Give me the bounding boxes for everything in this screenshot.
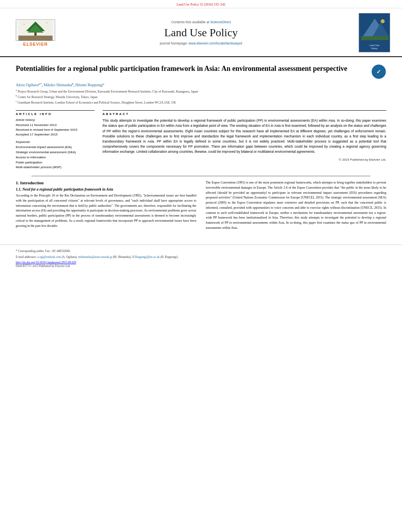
elsevier-logo-box bbox=[16, 19, 55, 41]
author-ogihara[interactable]: Akira Ogihara bbox=[16, 83, 38, 87]
body-left-col: 1. Introduction 1.1. Need for a regional… bbox=[16, 180, 196, 233]
body-content: 1. Introduction 1.1. Need for a regional… bbox=[16, 180, 386, 233]
svg-point-6 bbox=[46, 22, 47, 23]
intro-paragraph-2: The Espoo Convention (1991) is one of th… bbox=[206, 180, 386, 230]
footer-copyright: 0264-8377/© 2015 Published by Elsevier L… bbox=[16, 264, 386, 268]
cover-label: Land UsePolicy bbox=[369, 44, 380, 50]
title-section: Potentialities for a regional public par… bbox=[16, 64, 386, 79]
svg-point-5 bbox=[24, 24, 25, 25]
affiliations: a Project Research Group, Urban and the … bbox=[16, 89, 386, 105]
sciencedirect-link[interactable]: ScienceDirect bbox=[210, 20, 231, 24]
article-title: Potentialities for a regional public par… bbox=[16, 64, 371, 73]
authors-line: Akira Ogiharaa,*, Mikiko Shimaokab, Hito… bbox=[16, 82, 386, 87]
abstract-text: This study attempts to investigate the p… bbox=[102, 118, 386, 154]
doi-link: http://dx.doi.org/10.1016/j.landusepol.2… bbox=[16, 261, 386, 264]
journal-cover: Land UsePolicy bbox=[359, 13, 390, 52]
history-heading: Article history: bbox=[16, 118, 95, 122]
affiliation-a: a Project Research Group, Urban and the … bbox=[16, 89, 386, 94]
email-link-roppongi[interactable]: H.Roppangi@lse.ac.uk bbox=[132, 255, 160, 259]
abstract-col: ABSTRACT This study attempts to investig… bbox=[102, 110, 386, 170]
email-note: E-mail addresses: a.ogi@outlook.com (A. … bbox=[16, 255, 386, 259]
elsevier-logo: ELSEVIER bbox=[12, 19, 59, 46]
keyword-5: Multi-stakeholder process (MSP) bbox=[16, 165, 95, 170]
body-right-col: The Espoo Convention (1991) is one of th… bbox=[206, 180, 386, 233]
svg-rect-11 bbox=[361, 36, 389, 40]
page: Land Use Policy 52 (2016) 535–542 bbox=[0, 0, 402, 532]
crossmark-icon: ✓ bbox=[372, 65, 386, 79]
homepage-link[interactable]: www.elsevier.com/locate/landusepol bbox=[188, 41, 242, 45]
corresponding-note: * Corresponding author. Fax: +81 4483326… bbox=[16, 249, 386, 253]
elsevier-logo-svg bbox=[18, 20, 53, 41]
keyword-4: Public participation bbox=[16, 160, 95, 165]
affiliation-c: c Grantham Research Institute, London Sc… bbox=[16, 100, 386, 105]
journal-header: ELSEVIER Contents lists available at Sci… bbox=[0, 8, 402, 57]
svg-rect-1 bbox=[19, 35, 53, 41]
svg-point-12 bbox=[381, 19, 385, 23]
intro-paragraph-1: According to the Principle 10 of the Rio… bbox=[16, 193, 196, 228]
subsection-1-1-heading: 1.1. Need for a regional public particip… bbox=[16, 187, 196, 191]
citation-bar: Land Use Policy 52 (2016) 535–542 bbox=[0, 0, 402, 8]
section-1-heading: 1. Introduction bbox=[16, 180, 196, 185]
keywords-heading: Keywords: bbox=[16, 140, 95, 144]
article-info-abstract: ARTICLE INFO Article history: Received 1… bbox=[16, 110, 386, 170]
article-history: Article history: Received 11 November 20… bbox=[16, 118, 95, 137]
journal-cover-area: Land UsePolicy bbox=[343, 13, 390, 52]
crossmark-badge[interactable]: ✓ bbox=[371, 64, 386, 79]
journal-homepage: journal homepage: www.elsevier.com/locat… bbox=[67, 41, 335, 45]
email-links[interactable]: a.ogi@outlook.com bbox=[37, 255, 61, 259]
author-shimaoka[interactable]: Mikiko Shimaoka bbox=[44, 83, 72, 87]
keyword-1: Environmental impact assessment (EIA) bbox=[16, 145, 95, 150]
accepted-date: Accepted 17 September 2015 bbox=[16, 132, 95, 137]
journal-title-area: Contents lists available at ScienceDirec… bbox=[59, 20, 343, 45]
contents-available: Contents lists available at ScienceDirec… bbox=[67, 20, 335, 24]
article-content: Potentialities for a regional public par… bbox=[0, 57, 402, 241]
author-roppongi[interactable]: Hitomi Roppongi bbox=[75, 83, 103, 87]
revised-date: Received in revised form 8 September 201… bbox=[16, 128, 95, 132]
affiliation-b: b Center for Research Strategy, Waseda U… bbox=[16, 94, 386, 100]
section-divider bbox=[32, 176, 370, 176]
citation-text: Land Use Policy 52 (2016) 535–542 bbox=[177, 2, 225, 6]
cover-image bbox=[361, 17, 389, 40]
footer-section: * Corresponding author. Fax: +81 4483326… bbox=[0, 245, 402, 272]
svg-point-7 bbox=[41, 26, 41, 27]
abstract-copyright: © 2015 Published by Elsevier Ltd. bbox=[102, 158, 386, 161]
abstract-label: ABSTRACT bbox=[102, 110, 386, 116]
article-info-col: ARTICLE INFO Article history: Received 1… bbox=[16, 110, 95, 170]
keyword-2: Strategic environmental assessment (SEA) bbox=[16, 150, 95, 155]
article-info-label: ARTICLE INFO bbox=[16, 110, 95, 116]
keywords-section: Keywords: Environmental impact assessmen… bbox=[16, 140, 95, 170]
keyword-3: Access to information bbox=[16, 155, 95, 160]
received-date: Received 11 November 2013 bbox=[16, 123, 95, 128]
publisher-logo-area: ELSEVIER bbox=[12, 19, 59, 46]
journal-title: Land Use Policy bbox=[67, 26, 335, 39]
email-link-shimaoka[interactable]: mshimaoka@aoni.waseda.jp bbox=[78, 255, 112, 259]
doi-anchor[interactable]: http://dx.doi.org/10.1016/j.landusepol.2… bbox=[16, 261, 76, 264]
elsevier-wordmark: ELSEVIER bbox=[23, 42, 48, 46]
